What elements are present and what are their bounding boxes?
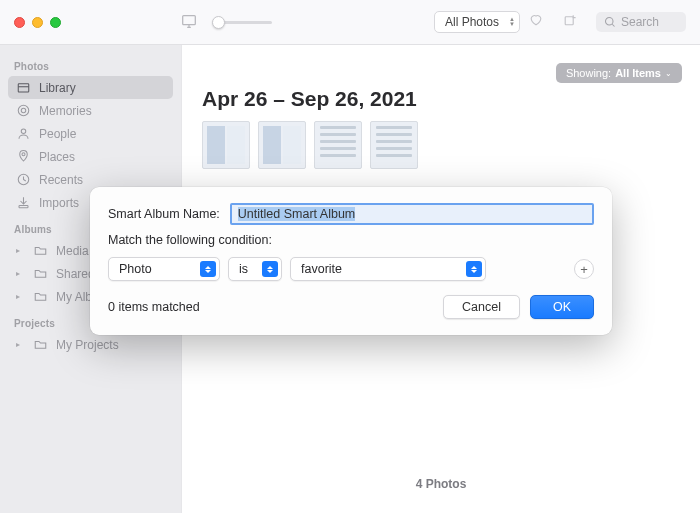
select-label: Photo xyxy=(119,262,152,276)
add-condition-button[interactable]: + xyxy=(574,259,594,279)
select-arrows-icon xyxy=(200,261,216,277)
album-name-input[interactable] xyxy=(230,203,594,225)
condition-row: Photo is favorite + xyxy=(108,257,594,281)
match-condition-label: Match the following condition: xyxy=(108,233,594,247)
matched-count: 0 items matched xyxy=(108,300,200,314)
cancel-button[interactable]: Cancel xyxy=(443,295,520,319)
smart-album-dialog: Smart Album Name: Match the following co… xyxy=(90,187,612,335)
name-label: Smart Album Name: xyxy=(108,207,220,221)
ok-button[interactable]: OK xyxy=(530,295,594,319)
select-label: is xyxy=(239,262,248,276)
condition-value-select[interactable]: favorite xyxy=(290,257,486,281)
select-arrows-icon xyxy=(262,261,278,277)
select-arrows-icon xyxy=(466,261,482,277)
condition-field-select[interactable]: Photo xyxy=(108,257,220,281)
condition-operator-select[interactable]: is xyxy=(228,257,282,281)
select-label: favorite xyxy=(301,262,342,276)
